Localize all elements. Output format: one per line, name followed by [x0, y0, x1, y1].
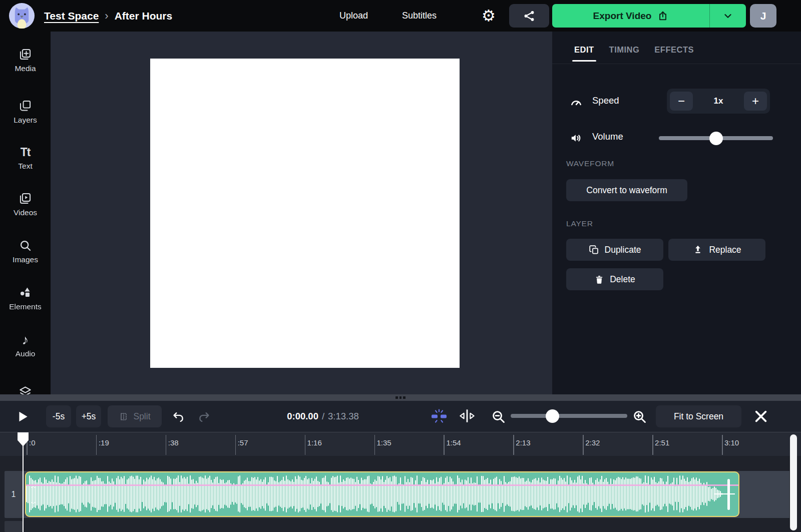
edit-panel: EDIT TIMING EFFECTS Speed − 1x + Volume: [552, 32, 801, 394]
snap-toggle-button[interactable]: [430, 408, 450, 424]
ruler-tick-label: 1:16: [307, 438, 322, 447]
workspace-logo-cat-avatar[interactable]: [9, 3, 35, 29]
ruler-tick-label: :0: [29, 438, 36, 447]
layers-icon: [19, 99, 32, 113]
ruler-tick: [513, 435, 514, 455]
timeline-resize-handle[interactable]: [0, 394, 801, 401]
sidebar-item-label: Elements: [9, 302, 42, 311]
speed-increase-button[interactable]: +: [744, 92, 767, 111]
playback-toolbar: -5s +5s Split 0:00.00 / 3:13.38: [0, 401, 801, 432]
duplicate-button[interactable]: Duplicate: [566, 239, 663, 261]
trim-mode-button[interactable]: [458, 408, 477, 424]
replace-label: Replace: [709, 245, 741, 255]
breadcrumb-space-link[interactable]: Test Space: [44, 10, 99, 22]
upload-button[interactable]: Upload: [339, 0, 368, 32]
ruler-tick-label: 2:13: [516, 438, 530, 447]
sidebar-item-images[interactable]: Images: [0, 239, 51, 264]
clip-trim-handle-right[interactable]: [727, 479, 730, 510]
timeline: :0:19:38:571:161:351:542:132:322:513:10 …: [0, 432, 801, 532]
convert-to-waveform-button[interactable]: Convert to waveform: [566, 179, 687, 201]
speed-decrease-button[interactable]: −: [670, 92, 693, 111]
sidebar-item-label: Text: [18, 162, 32, 171]
export-options-dropdown[interactable]: [709, 4, 746, 28]
undo-icon: [172, 410, 185, 423]
breadcrumb-separator: ›: [105, 10, 108, 23]
playhead-line: [23, 443, 24, 532]
delete-trash-icon: [594, 274, 604, 285]
settings-gear-icon[interactable]: ⚙: [480, 0, 498, 32]
sidebar-item-media[interactable]: Media: [0, 48, 51, 73]
export-share-icon: [657, 11, 668, 22]
tab-timing[interactable]: TIMING: [609, 45, 640, 62]
zoom-in-button[interactable]: [632, 409, 647, 424]
redo-button[interactable]: [197, 410, 210, 423]
speed-gauge-icon: [569, 96, 584, 109]
convert-to-waveform-label: Convert to waveform: [586, 185, 667, 196]
tab-edit[interactable]: EDIT: [574, 45, 594, 62]
delete-button[interactable]: Delete: [566, 268, 663, 290]
zoom-out-button[interactable]: [491, 409, 506, 424]
sidebar-item-label: Audio: [16, 349, 36, 358]
ruler-tick: [235, 435, 236, 455]
speed-label: Speed: [592, 95, 619, 106]
split-button[interactable]: Split: [108, 405, 162, 427]
sidebar-item-videos[interactable]: Videos: [0, 192, 51, 217]
sidebar-item-label: Media: [15, 64, 36, 73]
volume-slider[interactable]: [659, 136, 773, 140]
layer-section-title: LAYER: [566, 219, 593, 228]
skip-forward-5s-button[interactable]: +5s: [76, 405, 101, 427]
ruler-tick-label: 3:10: [724, 438, 739, 447]
stacked-layers-icon: [19, 385, 32, 394]
volume-slider-thumb[interactable]: [709, 132, 723, 145]
skip-back-5s-button[interactable]: -5s: [46, 405, 71, 427]
play-button[interactable]: [17, 409, 30, 424]
split-icon: [119, 411, 129, 422]
ruler-tick: [583, 435, 584, 455]
timeline-vertical-scrollbar[interactable]: [790, 434, 797, 530]
split-label: Split: [133, 411, 150, 422]
timeline-ruler[interactable]: :0:19:38:571:161:351:542:132:322:513:10: [0, 432, 801, 456]
close-timeline-button[interactable]: [753, 408, 769, 424]
video-editor-app: Test Space › After Hours Upload Subtitle…: [0, 0, 801, 532]
sidebar-item-label: Images: [13, 255, 38, 264]
images-search-icon: [19, 239, 32, 252]
clip-trim-handle-left[interactable]: [31, 486, 36, 503]
export-video-button[interactable]: Export Video: [552, 4, 709, 28]
track-number-cell: 1: [5, 471, 23, 518]
undo-button[interactable]: [172, 410, 185, 423]
share-button[interactable]: [509, 4, 549, 28]
ruler-tick: [96, 435, 97, 455]
audio-waveform: [26, 472, 738, 515]
top-bar: Test Space › After Hours Upload Subtitle…: [0, 0, 801, 32]
time-separator: /: [322, 411, 324, 422]
replace-button[interactable]: Replace: [668, 239, 765, 261]
clip-volume-line[interactable]: [26, 484, 738, 486]
sidebar-item-layers[interactable]: Layers: [0, 99, 51, 125]
user-avatar[interactable]: J: [750, 4, 776, 28]
sidebar-item-elements[interactable]: Elements: [0, 286, 51, 311]
tabs-divider: [552, 64, 801, 64]
ruler-tick-label: :19: [99, 438, 109, 447]
panel-tabs: EDIT TIMING EFFECTS: [574, 45, 694, 62]
export-video-label: Export Video: [593, 11, 652, 22]
fit-to-screen-button[interactable]: Fit to Screen: [656, 405, 741, 427]
ruler-tick: [722, 435, 723, 455]
subtitles-button[interactable]: Subtitles: [402, 0, 437, 32]
trim-expand-icon: [458, 408, 477, 424]
tab-effects[interactable]: EFFECTS: [654, 45, 694, 62]
timeline-zoom-slider-thumb[interactable]: [546, 409, 559, 423]
elements-shapes-icon: [19, 286, 32, 299]
sidebar-item-label: Layers: [14, 116, 37, 125]
volume-speaker-icon: [569, 132, 584, 145]
audio-clip[interactable]: [25, 471, 739, 517]
left-sidebar: Media Layers Tt Text Videos Images: [0, 32, 51, 394]
sidebar-item-audio[interactable]: ♪ Audio: [0, 333, 51, 358]
redo-icon: [197, 410, 210, 423]
sidebar-item-text[interactable]: Tt Text: [0, 146, 51, 171]
duplicate-copy-icon: [589, 245, 599, 255]
chevron-down-icon: [722, 11, 733, 22]
sidebar-item-label: Videos: [14, 208, 37, 217]
timeline-zoom-slider[interactable]: [511, 414, 627, 418]
sidebar-item-partial[interactable]: [0, 385, 51, 394]
video-canvas[interactable]: [150, 59, 460, 368]
